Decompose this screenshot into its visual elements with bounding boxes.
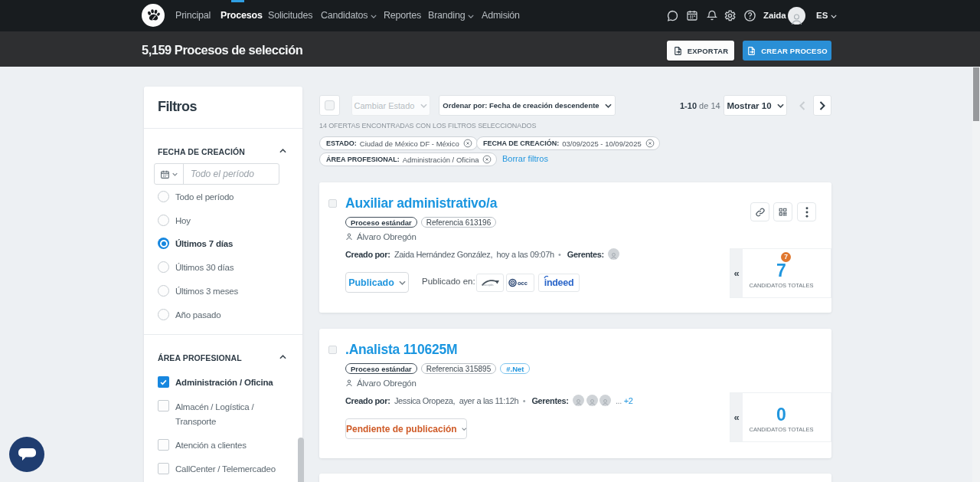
svg-text:occ: occ — [518, 280, 528, 287]
svg-text:buscojobs: buscojobs — [482, 284, 494, 287]
